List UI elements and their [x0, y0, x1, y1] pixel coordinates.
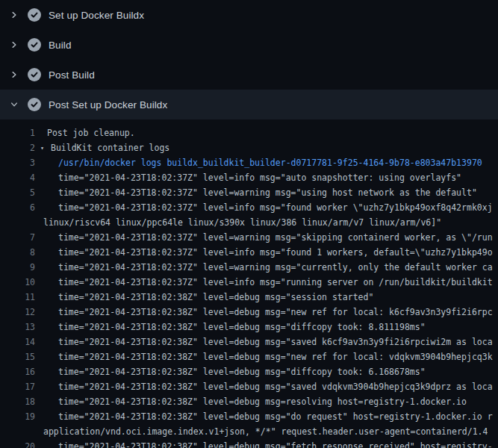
- step-row-build[interactable]: Build: [0, 30, 498, 60]
- check-circle-icon: [28, 8, 41, 22]
- log-line-text: time="2021-04-23T18:02:38Z" level=debug …: [58, 349, 493, 364]
- log-line-text: BuildKit container logs: [51, 140, 169, 155]
- log-line-number[interactable]: 6: [0, 200, 35, 215]
- log-line-text: time="2021-04-23T18:02:38Z" level=debug …: [58, 379, 493, 394]
- step-title: Build: [49, 40, 72, 51]
- log-line-text: time="2021-04-23T18:02:37Z" level=warnin…: [58, 185, 477, 200]
- log-line-number[interactable]: 2: [0, 140, 35, 155]
- log-line-text: time="2021-04-23T18:02:37Z" level=info m…: [58, 200, 493, 215]
- log-line-text: time="2021-04-23T18:02:37Z" level=warnin…: [58, 230, 493, 245]
- log-line: 17time="2021-04-23T18:02:38Z" level=debu…: [0, 379, 498, 394]
- log-line-number[interactable]: 7: [0, 230, 35, 245]
- log-line-number[interactable]: 9: [0, 260, 35, 275]
- log-line-number[interactable]: 20: [0, 439, 35, 448]
- log-line: 12time="2021-04-23T18:02:38Z" level=debu…: [0, 305, 498, 320]
- log-line-number[interactable]: 4: [0, 170, 35, 185]
- step-title: Post Build: [49, 69, 95, 81]
- chevron-down-icon: [10, 100, 19, 109]
- log-line: 6time="2021-04-23T18:02:37Z" level=info …: [0, 200, 498, 215]
- log-line-number[interactable]: 14: [0, 335, 35, 349]
- step-row-setup-docker-buildx[interactable]: Set up Docker Buildx: [0, 0, 498, 30]
- log-line-text: time="2021-04-23T18:02:38Z" level=debug …: [58, 335, 493, 349]
- chevron-right-icon: [10, 70, 19, 79]
- log-line-text: time="2021-04-23T18:02:37Z" level=info m…: [58, 245, 493, 260]
- log-line-number[interactable]: 12: [0, 305, 35, 320]
- log-line-number[interactable]: 19: [0, 409, 35, 424]
- log-line-number[interactable]: 3: [0, 155, 35, 170]
- log-line-text: application/vnd.oci.image.index.v1+json,…: [43, 424, 488, 439]
- log-line-text: time="2021-04-23T18:02:38Z" level=debug …: [58, 409, 493, 424]
- log-line: 14time="2021-04-23T18:02:38Z" level=debu…: [0, 335, 498, 349]
- log-line: 2▾BuildKit container logs: [0, 140, 498, 155]
- log-line: linux/riscv64 linux/ppc64le linux/s390x …: [0, 215, 498, 230]
- log-line-number[interactable]: 11: [0, 290, 35, 305]
- log-area: 1Post job cleanup.2▾BuildKit container l…: [0, 119, 498, 448]
- log-line-number[interactable]: 5: [0, 185, 35, 200]
- log-line-number: [0, 424, 35, 439]
- log-line: 15time="2021-04-23T18:02:38Z" level=debu…: [0, 349, 498, 364]
- log-command-text: /usr/bin/docker logs buildx_buildkit_bui…: [58, 155, 482, 170]
- actions-log-viewer: Set up Docker Buildx Build Post Build: [0, 0, 498, 448]
- log-line: 20time="2021-04-23T18:02:38Z" level=debu…: [0, 439, 498, 448]
- log-line-text: time="2021-04-23T18:02:37Z" level=info m…: [58, 275, 493, 290]
- step-row-post-setup-docker-buildx[interactable]: Post Set up Docker Buildx: [0, 90, 498, 119]
- log-line-text: linux/riscv64 linux/ppc64le linux/s390x …: [43, 215, 441, 230]
- log-line-text: time="2021-04-23T18:02:38Z" level=debug …: [58, 439, 493, 448]
- step-row-post-build[interactable]: Post Build: [0, 60, 498, 90]
- log-line-text: time="2021-04-23T18:02:37Z" level=warnin…: [58, 260, 493, 275]
- log-line-number[interactable]: 13: [0, 320, 35, 335]
- log-line-text: Post job cleanup.: [47, 125, 135, 140]
- log-line-text: time="2021-04-23T18:02:38Z" level=debug …: [58, 394, 467, 409]
- log-line-number[interactable]: 10: [0, 275, 35, 290]
- log-line: 19time="2021-04-23T18:02:38Z" level=debu…: [0, 409, 498, 424]
- log-line-number[interactable]: 16: [0, 364, 35, 379]
- log-line: 1Post job cleanup.: [0, 125, 498, 140]
- log-line-number: [0, 215, 35, 230]
- check-circle-icon: [28, 38, 41, 52]
- check-circle-icon: [28, 68, 41, 81]
- step-title: Post Set up Docker Buildx: [49, 99, 167, 111]
- step-title: Set up Docker Buildx: [49, 10, 144, 21]
- log-line-text: time="2021-04-23T18:02:38Z" level=debug …: [58, 290, 373, 305]
- log-line: 10time="2021-04-23T18:02:37Z" level=info…: [0, 275, 498, 290]
- log-line: 4time="2021-04-23T18:02:37Z" level=info …: [0, 170, 498, 185]
- log-line: 9time="2021-04-23T18:02:37Z" level=warni…: [0, 260, 498, 275]
- chevron-right-icon: [10, 40, 19, 49]
- log-line: 11time="2021-04-23T18:02:38Z" level=debu…: [0, 290, 498, 305]
- chevron-right-icon: [10, 10, 19, 19]
- log-line: 18time="2021-04-23T18:02:38Z" level=debu…: [0, 394, 498, 409]
- log-line: application/vnd.oci.image.index.v1+json,…: [0, 424, 498, 439]
- log-line-text: time="2021-04-23T18:02:38Z" level=debug …: [58, 320, 426, 335]
- log-line: 13time="2021-04-23T18:02:38Z" level=debu…: [0, 320, 498, 335]
- log-line-text: time="2021-04-23T18:02:38Z" level=debug …: [58, 305, 493, 320]
- check-circle-icon: [28, 98, 41, 111]
- log-line-number[interactable]: 17: [0, 379, 35, 394]
- log-line: 7time="2021-04-23T18:02:37Z" level=warni…: [0, 230, 498, 245]
- collapse-triangle-icon[interactable]: ▾: [38, 140, 46, 155]
- log-line: 5time="2021-04-23T18:02:37Z" level=warni…: [0, 185, 498, 200]
- log-line-number[interactable]: 1: [0, 125, 35, 140]
- log-line-number[interactable]: 15: [0, 349, 35, 364]
- steps-list: Set up Docker Buildx Build Post Build: [0, 0, 498, 119]
- log-line-number[interactable]: 18: [0, 394, 35, 409]
- log-line: 3/usr/bin/docker logs buildx_buildkit_bu…: [0, 155, 498, 170]
- log-line-text: time="2021-04-23T18:02:37Z" level=info m…: [58, 170, 461, 185]
- log-line: 8time="2021-04-23T18:02:37Z" level=info …: [0, 245, 498, 260]
- log-line: 16time="2021-04-23T18:02:38Z" level=debu…: [0, 364, 498, 379]
- log-line-text: time="2021-04-23T18:02:38Z" level=debug …: [58, 364, 426, 379]
- log-line-number[interactable]: 8: [0, 245, 35, 260]
